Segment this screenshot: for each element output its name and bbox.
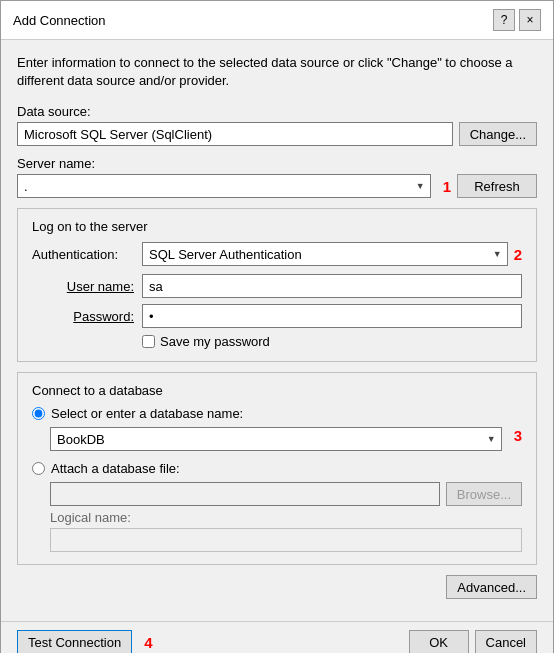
- dialog-body: Enter information to connect to the sele…: [1, 40, 553, 621]
- logical-name-input[interactable]: [50, 528, 522, 552]
- advanced-button[interactable]: Advanced...: [446, 575, 537, 599]
- username-input[interactable]: [142, 274, 522, 298]
- data-source-input[interactable]: [17, 122, 453, 146]
- db-number: 3: [514, 427, 522, 451]
- add-connection-dialog: Add Connection ? × Enter information to …: [0, 0, 554, 653]
- change-button[interactable]: Change...: [459, 122, 537, 146]
- data-source-group: Data source: Change...: [17, 104, 537, 146]
- test-connection-button[interactable]: Test Connection: [17, 630, 132, 653]
- logon-section: Log on to the server Authentication: Win…: [17, 208, 537, 362]
- auth-select[interactable]: Windows Authentication SQL Server Authen…: [142, 242, 508, 266]
- select-db-radio[interactable]: [32, 407, 45, 420]
- attach-db-radio[interactable]: [32, 462, 45, 475]
- dialog-title: Add Connection: [13, 13, 106, 28]
- description-text: Enter information to connect to the sele…: [17, 54, 537, 90]
- server-name-group: Server name: . 1 Refresh: [17, 156, 537, 198]
- database-section: Connect to a database Select or enter a …: [17, 372, 537, 565]
- title-bar-controls: ? ×: [493, 9, 541, 31]
- server-name-combo-wrapper: .: [17, 174, 431, 198]
- password-label: Password:: [32, 309, 142, 324]
- attach-file-input[interactable]: [50, 482, 440, 506]
- db-combo-wrapper: BookDB: [50, 427, 502, 451]
- title-bar: Add Connection ? ×: [1, 1, 553, 40]
- refresh-button[interactable]: Refresh: [457, 174, 537, 198]
- username-label: User name:: [32, 279, 142, 294]
- auth-number: 2: [514, 246, 522, 263]
- logical-name-group: Logical name:: [32, 510, 522, 552]
- select-db-label: Select or enter a database name:: [51, 406, 243, 421]
- attach-db-label: Attach a database file:: [51, 461, 180, 476]
- password-input[interactable]: [142, 304, 522, 328]
- advanced-row: Advanced...: [17, 575, 537, 599]
- save-password-checkbox[interactable]: [142, 335, 155, 348]
- select-db-radio-row: Select or enter a database name:: [32, 406, 522, 421]
- username-row: User name:: [32, 274, 522, 298]
- auth-row: Authentication: Windows Authentication S…: [32, 242, 522, 266]
- test-connection-area: Test Connection 4: [17, 630, 153, 653]
- attach-file-row: Browse...: [50, 482, 522, 506]
- save-password-label: Save my password: [160, 334, 270, 349]
- help-button[interactable]: ?: [493, 9, 515, 31]
- password-row: Password:: [32, 304, 522, 328]
- db-combo-row: BookDB 3: [50, 427, 522, 451]
- close-button[interactable]: ×: [519, 9, 541, 31]
- server-name-number: 1: [443, 178, 451, 195]
- browse-button[interactable]: Browse...: [446, 482, 522, 506]
- data-source-row: Change...: [17, 122, 537, 146]
- server-name-select[interactable]: .: [17, 174, 431, 198]
- server-name-label: Server name:: [17, 156, 537, 171]
- cancel-button[interactable]: Cancel: [475, 630, 537, 653]
- data-source-label: Data source:: [17, 104, 537, 119]
- auth-combo-wrapper: Windows Authentication SQL Server Authen…: [142, 242, 508, 266]
- bottom-bar: Test Connection 4 OK Cancel: [1, 621, 553, 653]
- server-name-row: . 1 Refresh: [17, 174, 537, 198]
- db-select[interactable]: BookDB: [50, 427, 502, 451]
- save-password-row: Save my password: [142, 334, 522, 349]
- ok-button[interactable]: OK: [409, 630, 469, 653]
- bottom-right-buttons: OK Cancel: [409, 630, 537, 653]
- logical-name-label: Logical name:: [50, 510, 522, 525]
- auth-label: Authentication:: [32, 247, 142, 262]
- database-section-title: Connect to a database: [32, 383, 522, 398]
- test-connection-number: 4: [144, 634, 152, 651]
- attach-db-radio-row: Attach a database file:: [32, 461, 522, 476]
- logon-section-title: Log on to the server: [32, 219, 522, 234]
